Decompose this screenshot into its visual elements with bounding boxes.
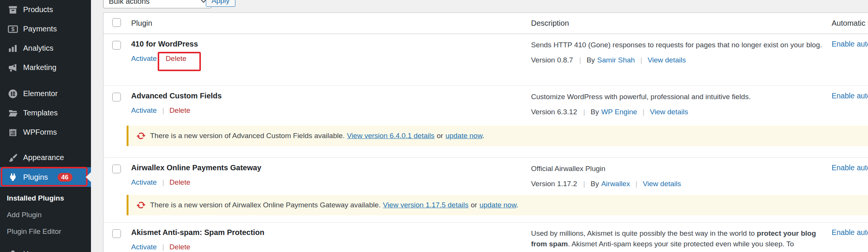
svg-text:$: $ [11,26,15,32]
megaphone-icon [8,62,18,73]
sidebar-separator [0,142,91,148]
plugins-submenu: Installed Plugins Add Plugin Plugin File… [0,187,91,241]
plugin-description: Official Airwallex Plugin [531,163,824,174]
folder-icon [8,108,18,118]
plugin-version: Version 6.3.12 [531,108,577,116]
submenu-item-add-plugin[interactable]: Add Plugin [0,207,91,223]
plugins-update-count-badge: 46 [58,173,72,182]
enable-auto-updates-link[interactable]: Enable auto-updates [832,92,868,100]
activate-link[interactable]: Activate [131,106,157,114]
form-icon [8,127,18,138]
plugin-row-410-for-wordpress: 410 for WordPress Activate Delete Sends … [103,34,868,86]
view-version-details-link[interactable]: View version 1.17.5 details [383,201,468,209]
elementor-icon [8,89,18,99]
update-notice-text: There is a new version of Advanced Custo… [150,132,484,140]
plugins-table: Plugin Description Automatic Updates 410… [103,12,868,252]
bar-chart-icon [8,43,18,54]
sidebar-item-analytics[interactable]: Analytics [0,39,91,58]
plugin-version: Version 0.8.7 [531,56,573,64]
view-version-details-link[interactable]: View version 6.4.0.1 details [347,132,434,140]
delete-link[interactable]: Delete [169,178,190,186]
bulk-actions-select[interactable]: Bulk actions [103,0,212,8]
submenu-item-plugin-file-editor[interactable]: Plugin File Editor [0,223,91,240]
sidebar-item-users[interactable]: Users [0,244,91,252]
payments-icon: $ [8,24,18,34]
apply-button[interactable]: Apply [206,0,235,7]
sidebar-separator [0,77,91,84]
view-details-link[interactable]: View details [643,180,681,188]
sidebar-item-label: Templates [23,109,58,117]
delete-link[interactable]: Delete [169,243,190,251]
column-header-plugin: Plugin [131,19,531,28]
plugin-row-airwallex: Airwallex Online Payments Gateway Activa… [103,158,868,222]
sidebar-item-plugins[interactable]: Plugins 46 [0,167,91,187]
sidebar-separator [0,241,91,244]
column-header-auto-updates: Automatic Updates [827,19,868,28]
sidebar-item-label: Payments [23,25,57,33]
current-menu-arrow [86,172,91,182]
sidebar-item-marketing[interactable]: Marketing [0,58,91,77]
sidebar-item-label: Users [23,250,43,252]
update-notice-acf: There is a new version of Advanced Custo… [127,126,868,146]
update-icon [136,200,146,210]
plugin-author-link[interactable]: WP Engine [601,108,637,116]
sidebar-item-products[interactable]: Products [0,0,91,19]
paintbrush-icon [8,152,18,163]
plugin-name: Advanced Custom Fields [131,92,531,100]
activate-link[interactable]: Activate [131,243,157,251]
sidebar-item-label: Products [23,5,53,14]
plugin-row-akismet: Akismet Anti-spam: Spam Protection Activ… [103,222,868,252]
plugin-author-link[interactable]: Samir Shah [597,56,635,64]
plugin-author-link[interactable]: Airwallex [601,180,630,188]
submenu-item-installed-plugins[interactable]: Installed Plugins [0,190,91,207]
select-all-checkbox[interactable] [112,18,121,27]
sidebar-item-label: Analytics [23,44,53,53]
sidebar-item-label: Elementor [23,89,58,98]
update-notice-airwallex: There is a new version of Airwallex Onli… [127,195,868,215]
row-checkbox[interactable] [112,41,121,50]
update-notice-text: There is a new version of Airwallex Onli… [150,201,518,209]
table-header-row: Plugin Description Automatic Updates [103,13,868,34]
wordpress-admin-plugins-page: Products $ Payments Analytics Marketing … [0,0,868,252]
view-details-link[interactable]: View details [647,56,686,64]
update-icon [136,131,146,141]
delete-link[interactable]: Delete [166,54,186,62]
sidebar-item-elementor[interactable]: Elementor [0,84,91,103]
plugin-row-advanced-custom-fields: Advanced Custom Fields Activate | Delete… [103,86,868,158]
activate-link[interactable]: Activate [131,178,157,186]
users-icon [8,249,18,252]
sidebar-item-appearance[interactable]: Appearance [0,148,91,167]
sidebar-item-label: Marketing [23,63,56,72]
plugin-version: Version 1.17.2 [531,180,577,188]
sidebar-item-payments[interactable]: $ Payments [0,19,91,39]
bulk-actions-selected-value: Bulk actions [109,0,150,6]
sidebar-item-templates[interactable]: Templates [0,103,91,123]
row-checkbox[interactable] [112,165,121,173]
plugin-name: Airwallex Online Payments Gateway [131,163,531,172]
admin-sidebar: Products $ Payments Analytics Marketing … [0,0,91,252]
enable-auto-updates-link[interactable]: Enable auto-updates [832,40,868,48]
update-now-link[interactable]: update now [479,201,516,209]
row-checkbox[interactable] [112,93,121,101]
sidebar-item-label: Plugins [23,173,48,182]
update-now-link[interactable]: update now [445,132,482,140]
products-box-icon [8,5,18,15]
plugin-description: Customize WordPress with powerful, profe… [531,92,824,102]
column-header-description: Description [531,19,827,28]
view-details-link[interactable]: View details [650,108,688,116]
enable-auto-updates-link[interactable]: Enable auto-updates [832,228,868,236]
delete-link[interactable]: Delete [169,106,190,114]
row-checkbox[interactable] [112,229,121,238]
activate-link[interactable]: Activate [131,54,157,62]
plugin-name: Akismet Anti-spam: Spam Protection [131,228,531,237]
sidebar-item-wpforms[interactable]: WPForms [0,123,91,142]
plugin-description: Used by millions, Akismet is quite possi… [531,228,824,249]
plugin-description: Sends HTTP 410 (Gone) responses to reque… [531,40,824,50]
sidebar-item-label: Appearance [23,153,64,162]
sidebar-item-label: WPForms [23,128,57,137]
enable-auto-updates-link[interactable]: Enable auto-updates [832,163,868,172]
plugin-name: 410 for WordPress [131,40,531,48]
plugin-icon [8,172,18,182]
